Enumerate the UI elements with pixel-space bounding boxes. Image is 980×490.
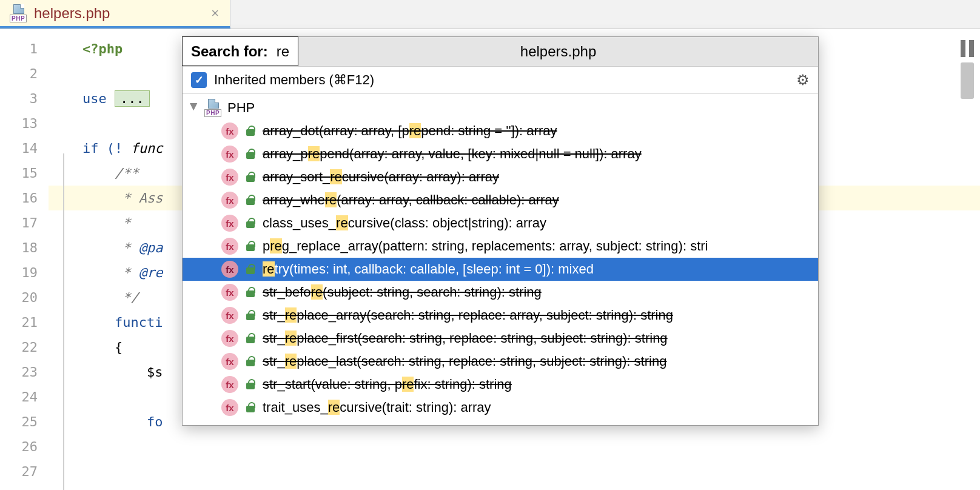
match-highlight: re: [328, 400, 340, 415]
scrollbar-thumb[interactable]: [961, 62, 974, 99]
match-highlight: re: [336, 215, 348, 230]
result-row[interactable]: fxarray_prepend(array: array, value, [ke…: [183, 143, 818, 166]
lock-icon: [244, 240, 257, 252]
php-file-icon: PHP: [204, 99, 223, 117]
result-row[interactable]: fxstr_replace_last(search: string, repla…: [183, 350, 818, 373]
popup-search-box[interactable]: Search for: re: [182, 36, 298, 66]
result-row[interactable]: fxstr_start(value: string, prefix: strin…: [183, 373, 818, 396]
match-highlight: re: [263, 261, 275, 277]
match-highlight: re: [402, 377, 414, 392]
result-signature: str_replace_last(search: string, replace…: [263, 354, 666, 369]
result-row[interactable]: fxstr_before(subject: string, search: st…: [183, 281, 818, 304]
chevron-down-icon[interactable]: ▶: [189, 102, 200, 113]
pause-icon[interactable]: [961, 40, 974, 57]
result-row[interactable]: fxtrait_uses_recursive(trait: string): a…: [183, 396, 818, 419]
lock-icon: [244, 401, 257, 414]
match-highlight: re: [409, 123, 421, 138]
match-highlight: re: [325, 192, 337, 207]
match-highlight: re: [311, 284, 323, 300]
lock-icon: [244, 171, 257, 183]
lock-icon: [244, 194, 257, 206]
result-signature: trait_uses_recursive(trait: string): arr…: [263, 400, 491, 415]
php-open-tag: <?php: [82, 41, 122, 56]
function-icon: fx: [221, 169, 238, 186]
result-row[interactable]: fxstr_replace_first(search: string, repl…: [183, 327, 818, 350]
function-icon: fx: [221, 146, 238, 163]
function-icon: fx: [221, 307, 238, 324]
right-gutter: [938, 29, 980, 490]
inherited-members-checkbox[interactable]: ✓: [191, 72, 207, 88]
lock-icon: [244, 378, 257, 391]
result-row[interactable]: fxclass_uses_recursive(class: object|str…: [183, 212, 818, 235]
result-signature: array_sort_recursive(array: array): arra…: [263, 169, 499, 185]
function-icon: fx: [221, 122, 238, 139]
tree-root-row[interactable]: ▶ PHP PHP: [183, 96, 818, 119]
tab-label: helpers.php: [34, 5, 110, 22]
lock-icon: [244, 309, 257, 321]
function-icon: fx: [221, 261, 238, 278]
result-row[interactable]: fxretry(times: int, callback: callable, …: [183, 258, 818, 281]
function-icon: fx: [221, 192, 238, 209]
lock-icon: [244, 332, 257, 344]
function-icon: fx: [221, 284, 238, 301]
lock-icon: [244, 148, 257, 160]
popup-body: ▶ PHP PHP fxarray_dot(array: array, [pre…: [183, 94, 818, 425]
result-signature: array_where(array: array, callback: call…: [263, 192, 559, 208]
lock-icon: [244, 217, 257, 229]
search-query: re: [277, 43, 289, 60]
popup-header: Search for: re helpers.php: [183, 37, 818, 67]
match-highlight: re: [285, 307, 297, 323]
popup-title: helpers.php: [298, 37, 818, 66]
tab-helpers-php[interactable]: PHP helpers.php ×: [0, 0, 230, 29]
result-row[interactable]: fxstr_replace_array(search: string, repl…: [183, 304, 818, 327]
result-signature: retry(times: int, callback: callable, [s…: [263, 261, 594, 277]
result-row[interactable]: fxarray_dot(array: array, [prepend: stri…: [183, 119, 818, 143]
result-signature: class_uses_recursive(class: object|strin…: [263, 215, 546, 231]
result-signature: str_replace_array(search: string, replac…: [263, 307, 673, 323]
tree-root-label: PHP: [227, 100, 255, 116]
function-icon: fx: [221, 330, 238, 347]
close-icon[interactable]: ×: [211, 5, 219, 21]
lock-icon: [244, 286, 257, 298]
result-row[interactable]: fxpreg_replace_array(pattern: string, re…: [183, 235, 818, 258]
tab-bar: PHP helpers.php ×: [0, 0, 980, 29]
function-icon: fx: [221, 215, 238, 232]
result-signature: preg_replace_array(pattern: string, repl…: [263, 238, 708, 254]
match-highlight: re: [330, 169, 342, 184]
search-label: Search for:: [191, 43, 268, 60]
fold-ellipsis[interactable]: ...: [115, 90, 150, 107]
function-icon: fx: [221, 399, 238, 416]
lock-icon: [244, 355, 257, 368]
lock-icon: [244, 263, 257, 275]
match-highlight: re: [285, 354, 297, 369]
result-signature: array_prepend(array: array, value, [key:…: [263, 146, 642, 162]
inherited-members-label: Inherited members (⌘F12): [214, 72, 374, 88]
function-icon: fx: [221, 238, 238, 255]
result-row[interactable]: fxarray_where(array: array, callback: ca…: [183, 189, 818, 212]
result-row[interactable]: fxarray_sort_recursive(array: array): ar…: [183, 166, 818, 189]
lock-icon: [244, 125, 257, 137]
match-highlight: re: [308, 146, 320, 161]
line-number-gutter: 1 2 3 13 14 15 16 17 18 19 20 21 22 23 2…: [0, 29, 49, 490]
result-signature: str_start(value: string, prefix: string)…: [263, 377, 512, 392]
function-icon: fx: [221, 353, 238, 370]
popup-toolbar: ✓ Inherited members (⌘F12) ⚙: [183, 67, 818, 94]
php-file-icon: PHP: [10, 4, 28, 22]
result-signature: str_replace_first(search: string, replac…: [263, 331, 668, 346]
gear-icon[interactable]: ⚙: [796, 72, 810, 89]
match-highlight: re: [270, 238, 282, 253]
result-signature: str_before(subject: string, search: stri…: [263, 284, 542, 300]
result-signature: array_dot(array: array, [prepend: string…: [263, 123, 557, 139]
file-structure-popup: Search for: re helpers.php ✓ Inherited m…: [182, 36, 819, 426]
fold-guide: [63, 153, 64, 490]
match-highlight: re: [285, 331, 297, 346]
function-icon: fx: [221, 376, 238, 393]
